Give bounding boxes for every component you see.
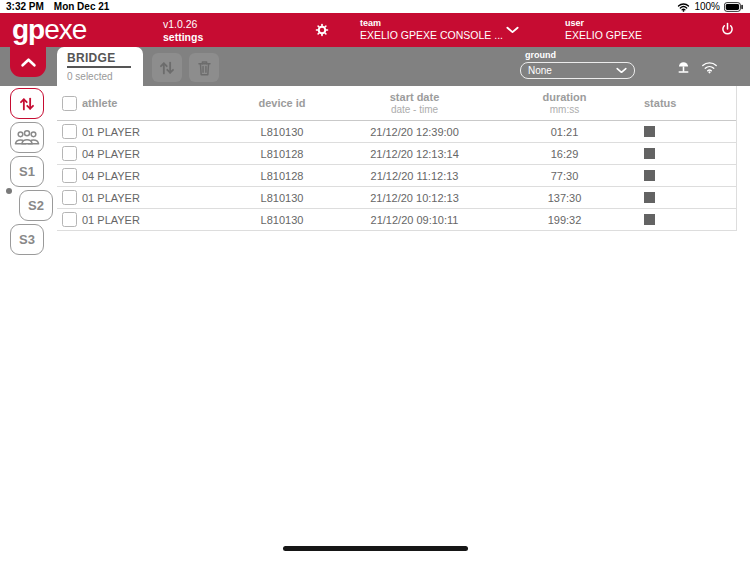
team-label: team xyxy=(360,19,503,28)
sync-up-down-button[interactable] xyxy=(152,53,182,82)
column-header-device-id: device id xyxy=(232,97,332,109)
version-settings-block: v1.0.26 settings xyxy=(163,19,203,43)
up-down-arrows-icon xyxy=(158,59,176,77)
ground-label: ground xyxy=(525,50,635,60)
status-square xyxy=(644,126,655,137)
sidebar-item-transfer[interactable] xyxy=(10,88,44,119)
select-all-checkbox[interactable] xyxy=(62,96,77,111)
collapse-panel-button[interactable] xyxy=(10,47,46,77)
duration-cell: 137:30 xyxy=(497,192,632,204)
chevron-down-icon xyxy=(506,26,519,34)
app-screen: 3:32 PM Mon Dec 21 100% gpexe xyxy=(0,0,750,562)
clock-text: 3:32 PM xyxy=(6,1,44,12)
dock-station-icon xyxy=(675,59,692,76)
logout-power-button[interactable] xyxy=(720,22,735,37)
table-header-row: athlete device id start date date - time… xyxy=(57,86,736,121)
tab-bridge[interactable]: BRIDGE 0 selected xyxy=(57,47,143,86)
chevron-up-icon xyxy=(19,57,38,68)
status-cell xyxy=(632,126,736,137)
status-cell xyxy=(632,214,736,225)
status-cell xyxy=(632,148,736,159)
row-checkbox[interactable] xyxy=(62,190,77,205)
wifi-status-icon xyxy=(677,2,690,12)
wifi-connection-icon xyxy=(701,60,718,74)
athlete-cell: 01 PLAYER xyxy=(82,126,232,138)
trash-icon xyxy=(196,59,213,77)
settings-gear-button[interactable] xyxy=(315,23,329,37)
duration-cell: 16:29 xyxy=(497,148,632,160)
sidebar-item-s2[interactable]: S2 xyxy=(19,190,53,221)
ground-selected-value: None xyxy=(528,65,552,76)
athlete-cell: 01 PLAYER xyxy=(82,192,232,204)
sidebar-item-s3[interactable]: S3 xyxy=(10,224,44,255)
athlete-cell: 04 PLAYER xyxy=(82,170,232,182)
ground-select[interactable]: None xyxy=(520,62,635,79)
chevron-down-icon xyxy=(616,67,627,74)
column-header-duration: duration mm:ss xyxy=(497,92,632,115)
up-down-arrows-icon xyxy=(18,95,36,113)
s2-label: S2 xyxy=(28,198,44,213)
team-dropdown-button[interactable] xyxy=(506,26,519,34)
sidebar-item-s1[interactable]: S1 xyxy=(10,156,44,187)
people-group-icon xyxy=(14,129,40,146)
ipad-status-bar: 3:32 PM Mon Dec 21 100% xyxy=(0,0,750,13)
sessions-table: athlete device id start date date - time… xyxy=(57,86,737,231)
status-square xyxy=(644,192,655,203)
table-row[interactable]: 01 PLAYERL81013021/12/20 09:10:11199:32 xyxy=(57,209,736,231)
start-date-cell: 21/12/20 12:13:14 xyxy=(332,148,497,160)
gear-icon xyxy=(315,23,329,37)
tab-underline xyxy=(67,66,131,68)
column-header-status: status xyxy=(632,97,736,109)
app-version: v1.0.26 xyxy=(163,19,203,30)
row-checkbox[interactable] xyxy=(62,146,77,161)
status-square xyxy=(644,148,655,159)
column-header-athlete: athlete xyxy=(82,97,232,109)
device-id-cell: L810130 xyxy=(232,192,332,204)
status-square xyxy=(644,170,655,181)
status-cell xyxy=(632,192,736,203)
settings-label: settings xyxy=(163,32,203,43)
team-value: EXELIO GPEXE CONSOLE ... xyxy=(360,30,503,41)
start-date-cell: 21/12/20 10:12:13 xyxy=(332,192,497,204)
table-body: 01 PLAYERL81013021/12/20 12:39:0001:2104… xyxy=(57,121,736,231)
table-row[interactable]: 04 PLAYERL81012821/12/20 12:13:1416:29 xyxy=(57,143,736,165)
duration-cell: 77:30 xyxy=(497,170,632,182)
delete-button[interactable] xyxy=(189,53,219,82)
athlete-cell: 01 PLAYER xyxy=(82,214,232,226)
start-date-cell: 21/12/20 09:10:11 xyxy=(332,214,497,226)
status-cell xyxy=(632,170,736,181)
device-id-cell: L810130 xyxy=(232,126,332,138)
duration-cell: 199:32 xyxy=(497,214,632,226)
sidebar-item-athletes[interactable] xyxy=(10,122,44,153)
user-label: user xyxy=(565,19,642,28)
table-row[interactable]: 01 PLAYERL81013021/12/20 10:12:13137:30 xyxy=(57,187,736,209)
battery-percent-text: 100% xyxy=(694,1,720,12)
home-indicator[interactable] xyxy=(283,546,468,551)
app-header: gpexe v1.0.26 settings xyxy=(0,13,750,47)
team-selector[interactable]: team EXELIO GPEXE CONSOLE ... xyxy=(360,19,503,41)
selected-count: 0 selected xyxy=(67,71,143,82)
table-row[interactable]: 04 PLAYERL81012821/12/20 11:12:1377:30 xyxy=(57,165,736,187)
start-date-cell: 21/12/20 12:39:00 xyxy=(332,126,497,138)
s1-label: S1 xyxy=(19,164,35,179)
row-checkbox[interactable] xyxy=(62,124,77,139)
toolbar: BRIDGE 0 selected ground xyxy=(0,47,750,86)
row-checkbox[interactable] xyxy=(62,212,77,227)
duration-cell: 01:21 xyxy=(497,126,632,138)
user-block: user EXELIO GPEXE xyxy=(565,19,642,41)
row-checkbox[interactable] xyxy=(62,168,77,183)
power-icon xyxy=(720,22,735,37)
device-id-cell: L810128 xyxy=(232,170,332,182)
gpexe-logo: gpexe xyxy=(12,13,86,47)
date-text: Mon Dec 21 xyxy=(54,1,110,12)
user-value: EXELIO GPEXE xyxy=(565,30,642,41)
battery-icon xyxy=(724,2,744,12)
table-row[interactable]: 01 PLAYERL81013021/12/20 12:39:0001:21 xyxy=(57,121,736,143)
athlete-cell: 04 PLAYER xyxy=(82,148,232,160)
status-square xyxy=(644,214,655,225)
device-id-cell: L810130 xyxy=(232,214,332,226)
tab-title: BRIDGE xyxy=(67,51,143,65)
device-id-cell: L810128 xyxy=(232,148,332,160)
ground-filter: ground None xyxy=(520,50,635,79)
notification-dot xyxy=(6,188,12,194)
